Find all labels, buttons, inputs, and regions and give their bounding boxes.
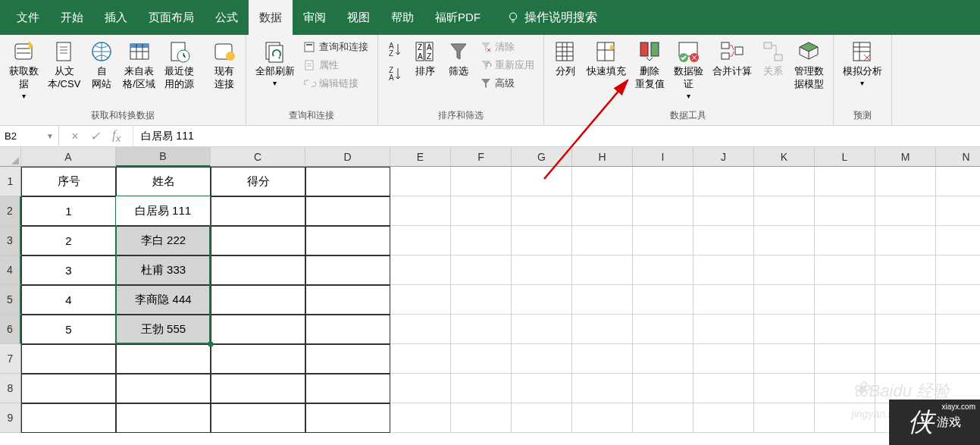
cell-D2[interactable] xyxy=(305,196,390,226)
cell-E5[interactable] xyxy=(390,285,451,315)
cell-B8[interactable] xyxy=(116,374,211,403)
row-header-7[interactable]: 7 xyxy=(0,344,21,374)
menu-help[interactable]: 帮助 xyxy=(380,0,424,35)
queries-conn-button[interactable]: 查询和连接 xyxy=(299,38,373,56)
from-csv-button[interactable]: 从文 本/CSV xyxy=(43,38,85,92)
cell-M9[interactable] xyxy=(875,403,936,433)
cell-B1[interactable]: 姓名 xyxy=(116,167,211,196)
cell-D9[interactable] xyxy=(305,403,390,433)
menu-layout[interactable]: 页面布局 xyxy=(138,0,205,35)
cell-J2[interactable] xyxy=(694,196,754,226)
sort-asc-button[interactable]: AZ xyxy=(387,41,404,61)
cell-F8[interactable] xyxy=(451,374,512,403)
row-header-1[interactable]: 1 xyxy=(0,167,21,196)
cell-I5[interactable] xyxy=(633,285,694,315)
cell-F3[interactable] xyxy=(451,226,512,255)
menu-foxit[interactable]: 福昕PDF xyxy=(424,0,491,35)
cell-F5[interactable] xyxy=(451,285,512,315)
cell-F2[interactable] xyxy=(451,196,512,226)
text-to-columns-button[interactable]: 分列 xyxy=(549,38,582,80)
cell-D4[interactable] xyxy=(305,255,390,285)
col-header-H[interactable]: H xyxy=(572,147,633,167)
cell-L2[interactable] xyxy=(815,196,875,226)
get-data-button[interactable]: 获取数 据▾ xyxy=(5,38,43,102)
cell-A5[interactable]: 4 xyxy=(21,285,116,315)
cell-M1[interactable] xyxy=(875,167,936,196)
sort-button[interactable]: ZAAZ排序 xyxy=(409,38,442,80)
cell-B9[interactable] xyxy=(116,403,211,433)
cell-M6[interactable] xyxy=(875,315,936,344)
cell-I7[interactable] xyxy=(633,344,694,374)
tell-me-search[interactable]: 操作说明搜索 xyxy=(506,10,597,26)
cell-D7[interactable] xyxy=(305,344,390,374)
menu-file[interactable]: 文件 xyxy=(6,0,50,35)
cell-G6[interactable] xyxy=(512,315,572,344)
col-header-D[interactable]: D xyxy=(305,147,390,167)
cell-H1[interactable] xyxy=(572,167,633,196)
col-header-C[interactable]: C xyxy=(211,147,305,167)
cell-C4[interactable] xyxy=(211,255,305,285)
cell-M3[interactable] xyxy=(875,226,936,255)
cell-L8[interactable] xyxy=(815,374,875,403)
cell-A3[interactable]: 2 xyxy=(21,226,116,255)
row-header-8[interactable]: 8 xyxy=(0,374,21,403)
col-header-A[interactable]: A xyxy=(21,147,116,167)
cell-K5[interactable] xyxy=(754,285,815,315)
cell-E2[interactable] xyxy=(390,196,451,226)
row-header-6[interactable]: 6 xyxy=(0,315,21,344)
cell-L3[interactable] xyxy=(815,226,875,255)
cell-K4[interactable] xyxy=(754,255,815,285)
cell-D1[interactable] xyxy=(305,167,390,196)
cell-K1[interactable] xyxy=(754,167,815,196)
flash-fill-button[interactable]: 快速填充 xyxy=(582,38,631,80)
cell-M2[interactable] xyxy=(875,196,936,226)
row-header-9[interactable]: 9 xyxy=(0,403,21,433)
cell-C1[interactable]: 得分 xyxy=(211,167,305,196)
cell-N6[interactable] xyxy=(936,315,980,344)
cell-J3[interactable] xyxy=(694,226,754,255)
cell-I3[interactable] xyxy=(633,226,694,255)
data-model-button[interactable]: 管理数 据模型 xyxy=(790,38,828,92)
cell-D5[interactable] xyxy=(305,285,390,315)
recent-sources-button[interactable]: 最近使 用的源 xyxy=(160,38,199,92)
cell-B3[interactable]: 李白 222 xyxy=(116,226,211,255)
cell-F9[interactable] xyxy=(451,403,512,433)
refresh-all-button[interactable]: 全部刷新▾ xyxy=(251,38,299,89)
menu-home[interactable]: 开始 xyxy=(50,0,94,35)
cell-H5[interactable] xyxy=(572,285,633,315)
edit-links-button[interactable]: 编辑链接 xyxy=(299,74,373,92)
reapply-button[interactable]: 重新应用 xyxy=(475,56,539,74)
cell-A9[interactable] xyxy=(21,403,116,433)
cell-L5[interactable] xyxy=(815,285,875,315)
col-header-E[interactable]: E xyxy=(390,147,451,167)
name-box-dropdown-icon[interactable]: ▼ xyxy=(46,132,54,140)
cell-E7[interactable] xyxy=(390,344,451,374)
row-header-2[interactable]: 2 xyxy=(0,196,21,226)
cell-L1[interactable] xyxy=(815,167,875,196)
cell-F4[interactable] xyxy=(451,255,512,285)
cell-N9[interactable] xyxy=(936,403,980,433)
cell-I4[interactable] xyxy=(633,255,694,285)
cell-K8[interactable] xyxy=(754,374,815,403)
existing-conn-button[interactable]: 现有 连接 xyxy=(208,38,241,92)
cell-K3[interactable] xyxy=(754,226,815,255)
cell-A4[interactable]: 3 xyxy=(21,255,116,285)
col-header-N[interactable]: N xyxy=(936,147,980,167)
properties-button[interactable]: 属性 xyxy=(299,56,373,74)
cell-H9[interactable] xyxy=(572,403,633,433)
cancel-icon[interactable]: × xyxy=(71,130,78,143)
cell-M7[interactable] xyxy=(875,344,936,374)
row-header-4[interactable]: 4 xyxy=(0,255,21,285)
col-header-F[interactable]: F xyxy=(451,147,512,167)
cell-J9[interactable] xyxy=(694,403,754,433)
cell-I8[interactable] xyxy=(633,374,694,403)
cell-D8[interactable] xyxy=(305,374,390,403)
cell-L4[interactable] xyxy=(815,255,875,285)
select-all-corner[interactable] xyxy=(0,147,21,167)
cell-M5[interactable] xyxy=(875,285,936,315)
cell-C6[interactable] xyxy=(211,315,305,344)
cell-E9[interactable] xyxy=(390,403,451,433)
cell-J8[interactable] xyxy=(694,374,754,403)
cell-E8[interactable] xyxy=(390,374,451,403)
cell-grid[interactable]: 序号姓名得分1白居易 1112李白 2223杜甫 3334李商隐 4445王勃 … xyxy=(21,167,980,445)
